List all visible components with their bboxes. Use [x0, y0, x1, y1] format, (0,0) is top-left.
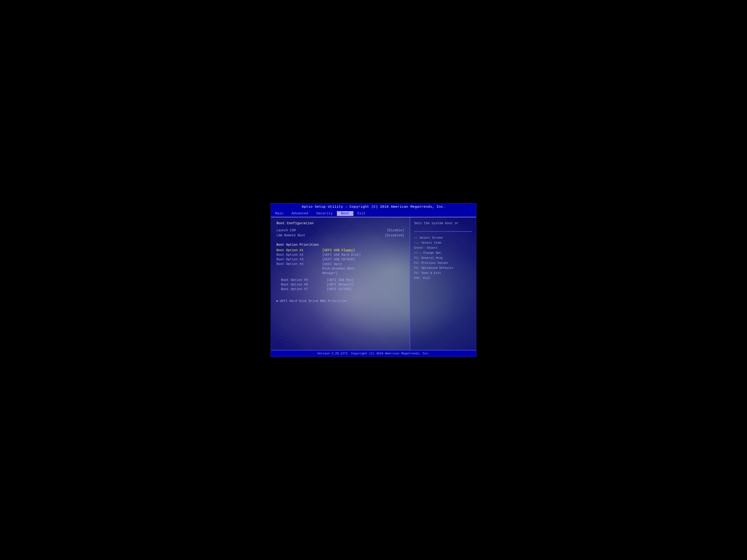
help-desc-6: Optimized Defaults — [421, 266, 454, 270]
boot-option-5-label: Boot Option #5 — [281, 278, 327, 282]
spacer-2 — [277, 292, 404, 296]
title-bar: Aptio Setup Utility – Copyright (C) 2018… — [271, 204, 476, 210]
help-item-0: ↔: Select Screen — [414, 235, 472, 240]
right-panel: Sets the system boot or ↔: Select Screen… — [410, 217, 476, 350]
help-text: ↔: Select Screen ↑↓: Select Item Enter: … — [414, 235, 472, 281]
lan-remote-boot-label: LAN Remote Boot — [277, 234, 305, 237]
help-key-5: F2: — [414, 261, 419, 265]
help-item-8: ESC: Exit — [414, 276, 472, 281]
menu-item-boot[interactable]: Boot — [337, 211, 353, 216]
help-key-0: ↔: — [414, 236, 418, 240]
help-key-3: +/-: — [414, 251, 421, 255]
help-desc-3: Change Opt. — [423, 251, 443, 255]
help-item-1: ↑↓: Select Item — [414, 240, 472, 245]
launch-csm-label: Launch CSM — [277, 229, 296, 232]
help-key-2: Enter: — [414, 246, 425, 249]
menu-item-advanced[interactable]: Advanced — [287, 211, 312, 216]
boot-option-6-label: Boot Option #6 — [281, 283, 327, 286]
help-desc-0: Select Screen — [419, 236, 443, 240]
boot-option-3-value: [UEFI USB CD/DVD] — [322, 258, 404, 261]
help-desc-1: Select Item — [421, 241, 441, 244]
divider-1 — [277, 240, 404, 240]
boot-option-7-row[interactable]: Boot Option #7 [UEFI CD/DVD] — [277, 287, 404, 291]
help-item-5: F2: Previous Values — [414, 261, 472, 266]
help-key-7: F4: — [414, 271, 419, 275]
boot-option-4-value: [UEFI HardDisk:Windows BootManager] — [322, 262, 404, 276]
main-layout: Boot Configuration Launch CSM [Disable] … — [271, 217, 476, 350]
title-text: Aptio Setup Utility – Copyright (C) 2018… — [302, 205, 445, 209]
boot-option-6-row[interactable]: Boot Option #6 [UEFI Network] — [277, 283, 404, 286]
boot-option-4-row[interactable]: Boot Option #4 [UEFI HardDisk:Windows Bo… — [277, 262, 404, 276]
help-key-8: ESC: — [414, 276, 421, 280]
section-title: Boot Configuration — [277, 221, 404, 225]
help-item-3: +/-: Change Opt. — [414, 250, 472, 256]
boot-option-2-row[interactable]: Boot Option #2 [UEFI USB Hard Disk] — [277, 253, 404, 257]
boot-option-2-value: [UEFI USB Hard Disk] — [322, 253, 404, 257]
boot-option-5-value: [UEFI USB Key] — [327, 278, 404, 282]
help-item-4: F1: General Help — [414, 256, 472, 261]
boot-option-3-row[interactable]: Boot Option #3 [UEFI USB CD/DVD] — [277, 258, 404, 261]
menu-item-security[interactable]: Security — [312, 211, 337, 216]
launch-csm-row[interactable]: Launch CSM [Disable] — [277, 229, 404, 232]
menu-item-main[interactable]: Main — [271, 211, 287, 216]
boot-option-1-value: [UEFI USB Floppy] — [322, 248, 404, 252]
right-panel-description: Sets the system boot or — [414, 221, 472, 226]
help-desc-8: Exit — [423, 276, 430, 280]
help-item-6: F3: Optimized Defaults — [414, 266, 472, 271]
footer-text: Version 2.20.1271. Copyright (C) 2018 Am… — [317, 352, 430, 355]
bbs-arrow-icon: ► — [277, 299, 278, 303]
help-key-4: F1: — [414, 256, 419, 260]
menu-bar[interactable]: Main Advanced Security Boot Exit — [271, 210, 476, 217]
help-desc-5: Previous Values — [421, 261, 448, 265]
help-desc-7: Save & Exit — [421, 271, 441, 275]
bios-screen: Aptio Setup Utility – Copyright (C) 2018… — [271, 203, 476, 357]
menu-item-exit[interactable]: Exit — [353, 211, 370, 216]
boot-priorities-title: Boot Option Priorities — [277, 243, 404, 247]
help-desc-2: Select — [427, 246, 438, 249]
left-panel: Boot Configuration Launch CSM [Disable] … — [271, 217, 410, 350]
footer-bar: Version 2.20.1271. Copyright (C) 2018 Am… — [271, 350, 476, 357]
boot-option-5-row[interactable]: Boot Option #5 [UEFI USB Key] — [277, 278, 404, 282]
help-item-2: Enter: Select — [414, 245, 472, 250]
boot-option-6-value: [UEFI Network] — [327, 283, 404, 286]
boot-option-7-label: Boot Option #7 — [281, 287, 327, 291]
lan-remote-boot-value: [Disabled] — [385, 234, 404, 237]
boot-option-4-label: Boot Option #4 — [277, 262, 322, 276]
spacer — [277, 276, 404, 278]
launch-csm-value: [Disable] — [387, 229, 404, 232]
help-item-7: F4: Save & Exit — [414, 271, 472, 276]
boot-option-1-row[interactable]: Boot Option #1 [UEFI USB Floppy] — [277, 248, 404, 252]
lan-remote-boot-row[interactable]: LAN Remote Boot [Disabled] — [277, 234, 404, 237]
bbs-link[interactable]: ► UEFI Hard Disk Drive BBS Priorities — [277, 299, 404, 303]
help-key-1: ↑↓: — [414, 241, 419, 244]
bbs-label: UEFI Hard Disk Drive BBS Priorities — [280, 299, 347, 303]
help-desc-4: General Help — [421, 256, 443, 260]
boot-option-2-label: Boot Option #2 — [277, 253, 322, 257]
boot-option-7-value: [UEFI CD/DVD] — [327, 287, 404, 291]
help-separator — [414, 231, 472, 232]
help-key-6: F3: — [414, 266, 419, 270]
boot-option-3-label: Boot Option #3 — [277, 258, 322, 261]
boot-option-1-label: Boot Option #1 — [277, 248, 322, 252]
